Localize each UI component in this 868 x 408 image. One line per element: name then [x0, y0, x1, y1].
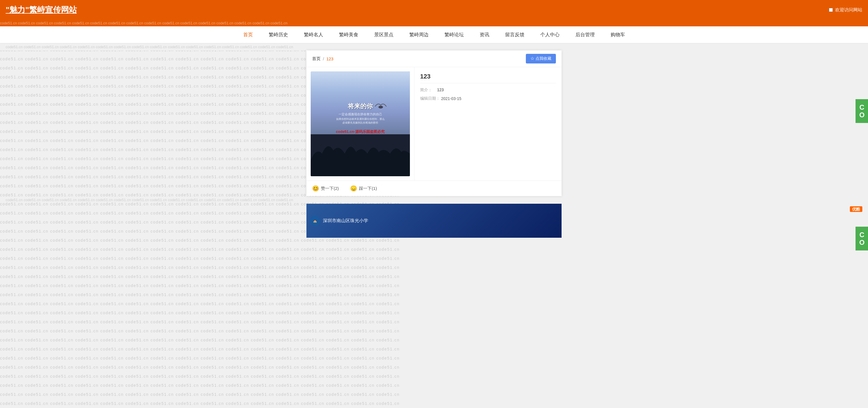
header: "魅力"繁峙宣传网站 欢迎访问网站 [0, 0, 868, 20]
article-image-wrapper: 将来的你 一定会感激现在拼命努力的自己 如果你想到达彼岸及遇到通往你想到，那么必… [306, 67, 414, 181]
video-logo-text: 深圳市南山区珠光小学 [323, 218, 368, 224]
dislike-label: 踩一下(1) [359, 186, 377, 191]
image-text-overlay: 将来的你 一定会感激现在拼命努力的自己 如果你想到达彼岸及遇到通往你想到，那么必… [336, 102, 385, 124]
grass-silhouette [311, 134, 410, 176]
header-right: 欢迎访问网站 [829, 7, 862, 13]
intro-label: 简介： [420, 88, 437, 93]
video-badge: 优酷 [850, 206, 862, 212]
mid-wm-strip: code51.cn code51.cn code51.cn code51.cn … [0, 196, 868, 204]
welcome-text: 欢迎访问网站 [835, 7, 862, 13]
breadcrumb-separator: / [323, 56, 324, 61]
sidebar-co-bottom[interactable]: CO [856, 227, 868, 250]
image-main-line: 将来的你 [336, 102, 385, 111]
navigation: 首页 繁峙历史 繁峙名人 繁峙美食 景区景点 繁峙周边 繁峙论坛 资讯 留言反馈… [0, 26, 868, 43]
welcome-checkbox[interactable] [829, 8, 833, 12]
breadcrumb-current: 123 [326, 56, 333, 61]
video-section: 🏫 深圳市南山区珠光小学 优酷 [306, 204, 562, 238]
nav-wm-strip: code51.cn code51.cn code51.cn code51.cn … [0, 43, 868, 51]
like-icon: 😊 [312, 185, 319, 192]
intro-row: 简介： 123 [420, 88, 556, 93]
nav-surroundings[interactable]: 繁峙周边 [401, 26, 437, 43]
video-logo: 🏫 深圳市南山区珠光小学 [309, 215, 368, 226]
breadcrumb: 首页 / 123 ☆ 点我收藏 [306, 51, 562, 67]
nav-cart[interactable]: 购物车 [603, 26, 633, 43]
edit-date-value: 2021-03-15 [441, 96, 462, 101]
image-sub-line2: 如果你想到达彼岸及遇到通往你想到，那么必须要先克服扰乱你尾场的那些 [336, 117, 385, 124]
edit-date-label: 编辑日期： [420, 96, 440, 101]
bookmark-button[interactable]: ☆ 点我收藏 [526, 54, 556, 63]
image-sub-line1: 一定会感激现在拼命努力的自己 [336, 112, 385, 117]
edit-date-row: 编辑日期： 2021-03-15 [420, 96, 556, 101]
nav-forum[interactable]: 繁峙论坛 [437, 26, 472, 43]
nav-celebrities[interactable]: 繁峙名人 [296, 26, 331, 43]
like-label: 赞一下(2) [321, 186, 339, 191]
dislike-icon: 😞 [350, 185, 357, 192]
image-watermark: code51.cn-源码乐园盗图必究 [311, 129, 410, 134]
header-wm-strip: code51.cn code51.cn code51.cn code51.cn … [0, 20, 868, 26]
site-title: "魅力"繁峙宣传网站 [6, 4, 77, 15]
school-logo-icon: 🏫 [309, 215, 320, 226]
nav-admin[interactable]: 后台管理 [567, 26, 603, 43]
breadcrumb-nav: 首页 / 123 [312, 56, 333, 61]
reactions: 😊 赞一下(2) 😞 踩一下(1) [306, 181, 562, 196]
nav-home[interactable]: 首页 [235, 26, 261, 43]
nav-personal[interactable]: 个人中心 [532, 26, 567, 43]
article-image: 将来的你 一定会感激现在拼命努力的自己 如果你想到达彼岸及遇到通往你想到，那么必… [311, 71, 410, 176]
svg-text:🏫: 🏫 [313, 219, 317, 223]
nav-history[interactable]: 繁峙历史 [261, 26, 296, 43]
like-button[interactable]: 😊 赞一下(2) [312, 185, 339, 192]
dislike-button[interactable]: 😞 踩一下(1) [350, 185, 377, 192]
article-container: 将来的你 一定会感激现在拼命努力的自己 如果你想到达彼岸及遇到通往你想到，那么必… [306, 67, 562, 181]
nav-feedback[interactable]: 留言反馈 [497, 26, 532, 43]
article-title: 123 [420, 73, 556, 83]
nav-news[interactable]: 资讯 [472, 26, 497, 43]
sidebar-co-top[interactable]: CO [856, 99, 868, 123]
nav-scenic[interactable]: 景区景点 [366, 26, 401, 43]
breadcrumb-home[interactable]: 首页 [312, 56, 320, 61]
nav-food[interactable]: 繁峙美食 [331, 26, 366, 43]
intro-value: 123 [437, 88, 444, 92]
article-info: 123 简介： 123 编辑日期： 2021-03-15 [414, 67, 562, 181]
